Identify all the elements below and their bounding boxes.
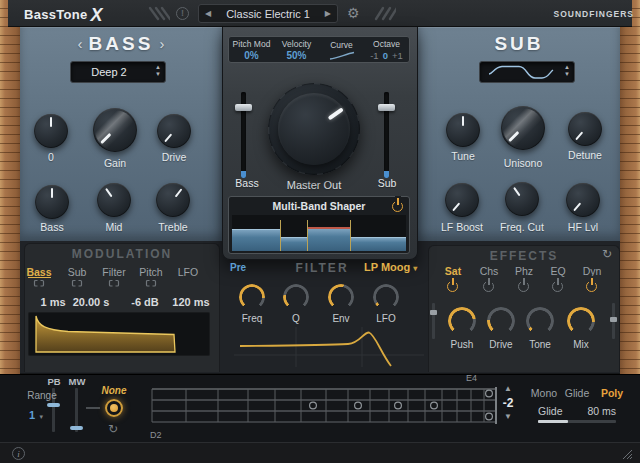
env-release-value[interactable]: 120 ms <box>161 296 221 308</box>
fx-left-mini-slider[interactable] <box>432 303 435 339</box>
bass-gain-knob[interactable] <box>93 108 137 152</box>
chs-power-button[interactable] <box>483 281 494 292</box>
transpose-value[interactable]: -2 <box>500 396 516 410</box>
sub-level-slider-handle[interactable] <box>378 104 395 111</box>
knob-label: Treble <box>141 221 205 233</box>
filter-freq-knob[interactable] <box>239 284 265 310</box>
env-decay-value[interactable]: 20.00 s <box>61 296 121 308</box>
bass-eq-treble-knob[interactable] <box>156 183 190 217</box>
active-tab-underline <box>28 277 51 278</box>
keyswitch-button[interactable] <box>105 399 123 417</box>
curve-cell[interactable]: Curve <box>319 37 364 62</box>
range-select[interactable]: 1 ▾ <box>20 405 52 423</box>
fx-tab-dyn[interactable]: Dyn <box>570 265 614 277</box>
octave-options[interactable]: -10+1 <box>370 50 403 61</box>
phz-power-button[interactable] <box>518 281 529 292</box>
modwheel-handle[interactable] <box>70 426 83 430</box>
link-icon[interactable] <box>33 279 45 288</box>
sub-freqcut-knob[interactable] <box>505 182 539 216</box>
band-divider[interactable] <box>350 220 351 251</box>
pb-label: PB <box>45 376 63 387</box>
shaper-power-button[interactable] <box>392 201 403 212</box>
envelope-display[interactable] <box>28 312 210 356</box>
sub-wave-select[interactable]: ▲▼ <box>479 61 575 83</box>
mode-poly-button[interactable]: Poly <box>590 387 634 399</box>
strings-left-icon <box>146 5 170 22</box>
link-icon[interactable] <box>145 279 157 288</box>
sub-hflvl-knob[interactable] <box>566 183 600 217</box>
low-note-label: D2 <box>150 430 162 440</box>
filter-env-knob[interactable] <box>328 284 354 310</box>
shaper-band-display[interactable] <box>232 215 406 251</box>
sub-wave-stepper[interactable]: ▲▼ <box>564 64 570 77</box>
fx-drive-knob[interactable] <box>487 307 515 335</box>
multiband-shaper: Multi-Band Shaper <box>228 196 410 254</box>
keyswitch-reset-icon[interactable]: ↻ <box>108 423 118 435</box>
filter-q-knob[interactable] <box>283 284 309 310</box>
effects-refresh-icon[interactable]: ↻ <box>602 248 612 260</box>
transpose-down-icon[interactable]: ▼ <box>500 412 516 421</box>
modulation-header: MODULATION <box>62 247 182 261</box>
bass-zero-knob[interactable] <box>34 114 68 148</box>
bass-preset-stepper[interactable]: ▲▼ <box>155 64 161 77</box>
fx-mix-knob[interactable] <box>567 307 595 335</box>
shaper-band-1[interactable] <box>232 229 280 251</box>
mw-label: MW <box>68 376 86 387</box>
shaper-band-3[interactable] <box>308 227 350 251</box>
link-icon[interactable] <box>71 279 83 288</box>
sub-unisono-knob[interactable] <box>501 106 545 150</box>
preset-selector[interactable]: ◀ Classic Electric 1 ▶ <box>198 4 338 23</box>
fx-right-mini-handle[interactable] <box>610 317 617 322</box>
band-divider[interactable] <box>280 220 281 251</box>
bass-preset-select[interactable]: Deep 2 ▲▼ <box>70 61 166 83</box>
bass-prev-icon[interactable]: ‹ <box>72 35 89 52</box>
bass-drive-knob[interactable] <box>157 114 191 148</box>
eq-power-button[interactable] <box>552 281 563 292</box>
range-value: 1 <box>29 409 35 421</box>
wood-frame-right <box>620 0 640 374</box>
resize-handle[interactable] <box>622 449 633 460</box>
transpose-up-icon[interactable]: ▲ <box>500 384 516 393</box>
keyswitch-value[interactable]: None <box>94 385 134 396</box>
fx-tone-knob[interactable] <box>526 307 554 335</box>
sub-panel-title: SUB <box>418 33 620 55</box>
bass-eq-bass-knob[interactable] <box>35 185 69 219</box>
shaper-band-4[interactable] <box>351 237 406 251</box>
knob-label: LFO <box>356 313 416 324</box>
dyn-power-button[interactable] <box>586 281 597 292</box>
sat-power-button[interactable] <box>447 281 458 292</box>
glide-time-label: Glide <box>538 405 563 417</box>
band-divider[interactable] <box>307 220 308 251</box>
velocity-cell[interactable]: Velocity 50% <box>274 37 319 62</box>
sub-detune-knob[interactable] <box>568 112 602 146</box>
fx-push-knob[interactable] <box>448 307 476 335</box>
knob-label: HF Lvl <box>551 221 615 233</box>
filter-lfo-knob[interactable] <box>373 284 399 310</box>
preset-prev-icon[interactable]: ◀ <box>205 10 211 18</box>
master-out-knob[interactable] <box>268 83 360 175</box>
gear-icon[interactable]: ⚙ <box>347 4 360 22</box>
bass-eq-mid-knob[interactable] <box>97 183 131 217</box>
octave-selected: 0 <box>383 50 388 61</box>
glide-time-value[interactable]: 80 ms <box>580 405 616 417</box>
app-logo: BassToneX <box>24 5 103 26</box>
link-icon[interactable] <box>108 279 120 288</box>
alert-icon[interactable]: ! <box>176 7 189 20</box>
filter-type-select[interactable]: LP Moog ▾ <box>364 261 422 273</box>
fretboard-range-display[interactable] <box>148 379 500 429</box>
info-icon[interactable]: i <box>12 447 25 460</box>
shaper-band-2[interactable] <box>281 237 307 251</box>
preset-next-icon[interactable]: ▶ <box>325 10 331 18</box>
sub-tune-knob[interactable] <box>446 113 480 147</box>
bass-next-icon[interactable]: › <box>153 35 170 52</box>
slider-label: Sub <box>355 177 419 189</box>
sub-waveform-display <box>482 62 554 82</box>
sub-lfboost-knob[interactable] <box>445 183 479 217</box>
mod-tab-lfo[interactable]: LFO <box>166 266 210 278</box>
filter-curve-display[interactable] <box>230 325 428 369</box>
pitch-mod-cell[interactable]: Pitch Mod 0% <box>229 37 274 62</box>
filter-pre-button[interactable]: Pre <box>230 262 246 273</box>
octave-cell[interactable]: Octave -10+1 <box>364 37 409 62</box>
fx-left-mini-handle[interactable] <box>430 310 437 315</box>
bass-level-slider-handle[interactable] <box>235 104 252 111</box>
